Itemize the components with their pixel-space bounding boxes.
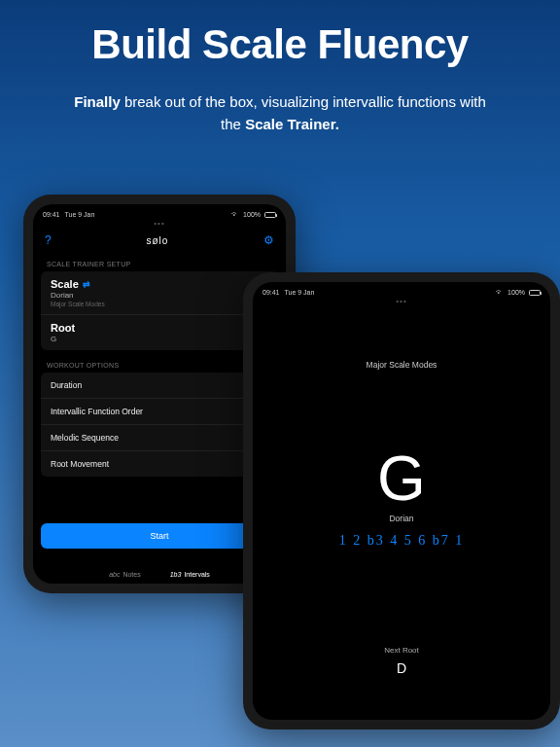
tab-intervals-label: Intervals xyxy=(184,571,209,578)
next-root-label: Next Root xyxy=(384,646,419,655)
shuffle-icon[interactable]: ⇄ xyxy=(83,279,90,289)
battery-percent: 100% xyxy=(243,211,261,218)
scale-label: Scale xyxy=(51,278,79,290)
status-time: 09:41 xyxy=(262,289,280,296)
interval-formula: 1 2 b3 4 5 6 b7 1 xyxy=(339,533,465,549)
scale-value: Dorian xyxy=(51,291,268,300)
root-value: G xyxy=(51,335,268,343)
status-time: 09:41 xyxy=(43,211,60,218)
wifi-icon: ᯤ xyxy=(231,210,239,219)
scale-family: Major Scale Modes xyxy=(51,301,268,307)
mode-label: Major Scale Modes xyxy=(367,360,438,370)
root-label: Root xyxy=(51,322,75,334)
intervals-icon: 1b3 xyxy=(170,571,182,578)
battery-percent: 100% xyxy=(508,289,525,296)
status-date: Tue 9 Jan xyxy=(285,289,315,296)
hero-subtitle: Finally break out of the box, visualizin… xyxy=(66,91,494,135)
settings-icon[interactable]: ⚙ xyxy=(263,233,274,247)
battery-icon xyxy=(529,290,541,296)
battery-icon xyxy=(264,212,276,218)
tab-notes-label: Notes xyxy=(122,571,140,578)
current-scale: Dorian xyxy=(389,514,413,523)
tab-notes[interactable]: abc Notes xyxy=(109,571,141,578)
tab-intervals[interactable]: 1b3 Intervals xyxy=(170,571,210,578)
hero-bold-1: Finally xyxy=(74,93,121,110)
multitask-dots-icon: ••• xyxy=(253,297,550,305)
status-date: Tue 9 Jan xyxy=(65,211,95,218)
app-title: sølo xyxy=(146,235,168,246)
nav-bar: ? sølo ⚙ xyxy=(33,228,286,257)
help-icon[interactable]: ? xyxy=(45,233,52,247)
current-note: G xyxy=(377,447,426,510)
section-header-setup: SCALE TRAINER SETUP xyxy=(33,257,286,271)
notes-icon: abc xyxy=(109,571,120,578)
wifi-icon: ᯤ xyxy=(496,288,504,297)
hero-bold-2: Scale Trainer. xyxy=(245,116,339,132)
next-root-note: D xyxy=(397,660,406,676)
hero-title: Build Scale Fluency xyxy=(0,21,560,68)
multitask-dots-icon: ••• xyxy=(33,219,286,228)
device-trainer: 09:41 Tue 9 Jan ᯤ 100% ••• Major Scale M… xyxy=(243,272,560,729)
